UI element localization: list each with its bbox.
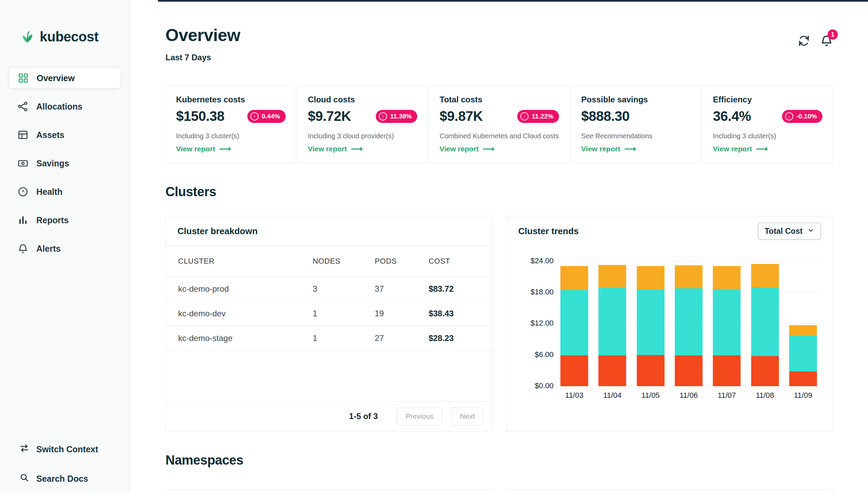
view-report-link[interactable]: View report⟶	[439, 144, 494, 154]
change-badge: ↓-0.10%	[782, 110, 822, 123]
view-report-link[interactable]: View report⟶	[176, 144, 231, 154]
bar-chart-icon	[17, 214, 29, 226]
bar-segment-bottom-red	[713, 355, 741, 386]
view-report-link[interactable]: View report⟶	[308, 144, 363, 154]
sidebar-item-reports[interactable]: Reports	[9, 210, 121, 230]
table-cell: kc-demo-stage	[166, 326, 313, 351]
bar-segment-middle-teal	[751, 287, 779, 356]
refresh-icon[interactable]	[797, 34, 810, 47]
table-cell: kc-demo-dev	[166, 301, 313, 326]
sidebar-item-label: Alerts	[36, 244, 61, 254]
table-cell: 3	[313, 277, 375, 301]
sidebar-item-overview[interactable]: Overview	[9, 68, 121, 88]
sidebar-item-allocations[interactable]: Allocations	[9, 96, 121, 117]
search-icon	[19, 472, 29, 485]
table-row[interactable]: kc-demo-prod337$83.72	[166, 277, 492, 301]
sidebar-item-assets[interactable]: Assets	[9, 125, 121, 145]
next-button[interactable]: Next	[451, 407, 483, 426]
arrow-right-icon: ⟶	[351, 144, 363, 154]
bar-11/08	[751, 264, 779, 386]
column-header-nodes: NODES	[313, 246, 375, 277]
table-row[interactable]: kc-demo-stage127$28.23	[166, 326, 492, 351]
sidebar-nav: Overview Allocations Assets	[0, 68, 130, 259]
bar-segment-bottom-red	[789, 371, 817, 386]
table-cell: 19	[375, 301, 429, 326]
switch-context-button[interactable]: Switch Context	[19, 443, 98, 455]
bell-icon	[17, 243, 29, 254]
sidebar-item-health[interactable]: Health	[9, 181, 121, 202]
sidebar-item-label: Overview	[37, 73, 75, 83]
sidebar-item-label: Assets	[36, 130, 64, 140]
kubecost-logo[interactable]: kubecost	[19, 28, 130, 45]
bar-11/04	[598, 265, 626, 386]
sidebar-item-alerts[interactable]: Alerts	[9, 238, 121, 259]
table-row[interactable]: kc-demo-dev119$38.43	[166, 301, 492, 326]
bar-11/07	[713, 266, 741, 386]
sidebar-item-label: Savings	[36, 159, 69, 168]
stat-note: Including 3 cluster(s)	[713, 132, 822, 140]
stat-title: Possible savings	[581, 95, 691, 104]
swap-arrows-icon	[19, 443, 29, 455]
bar-segment-bottom-red	[598, 355, 626, 386]
table-icon	[17, 129, 29, 141]
column-header-cost: COST	[429, 246, 492, 277]
bar-11/05	[637, 266, 665, 386]
cluster-trends-title: Cluster trends	[518, 226, 579, 237]
arrow-right-icon: ⟶	[219, 144, 231, 154]
bar-11/03	[560, 266, 588, 386]
cluster-trends-chart: $0.00$6.00$12.00$18.00$24.00	[560, 261, 818, 386]
bar-segment-top-orange	[560, 266, 588, 290]
bar-segment-middle-teal	[789, 336, 817, 371]
change-badge: ↑11.22%	[517, 110, 559, 123]
previous-button[interactable]: Previous	[397, 407, 442, 426]
stat-note: See Recommendations	[581, 132, 691, 140]
chart-y-axis-label: $18.00	[509, 288, 554, 296]
stat-card-possible-savings: Possible savings $888.30 See Recommendat…	[571, 86, 702, 163]
sidebar-item-savings[interactable]: Savings	[9, 153, 121, 174]
notifications-bell-icon[interactable]: 1	[820, 34, 833, 47]
bar-segment-bottom-red	[675, 355, 703, 386]
search-docs-label: Search Docs	[36, 474, 88, 484]
change-badge: ↑0.44%	[247, 110, 286, 123]
chart-x-axis-label: 11/08	[751, 391, 779, 400]
bar-segment-bottom-red	[560, 355, 588, 386]
metric-dropdown[interactable]: Total Cost	[758, 223, 821, 240]
arrow-up-icon: ↑	[379, 112, 387, 121]
stat-note: Including 3 cluster(s)	[176, 132, 286, 140]
banknote-icon	[17, 157, 29, 169]
grid-icon	[17, 72, 29, 84]
chevron-down-icon	[807, 227, 814, 236]
view-report-link[interactable]: View report⟶	[581, 144, 636, 154]
stat-card-cloud-costs: Cloud costs $9.72K ↑11.38% Including 3 c…	[297, 86, 428, 163]
arrow-up-icon: ↑	[250, 112, 259, 121]
sidebar-item-label: Reports	[36, 215, 69, 225]
bar-segment-bottom-red	[751, 356, 779, 386]
search-docs-button[interactable]: Search Docs	[19, 472, 98, 485]
cluster-breakdown-title: Cluster breakdown	[177, 226, 258, 237]
view-report-link[interactable]: View report⟶	[713, 144, 768, 154]
table-cell: 37	[375, 277, 429, 301]
bar-11/06	[675, 265, 703, 386]
bar-segment-bottom-red	[637, 355, 665, 386]
pagination-label: 1-5 of 3	[349, 412, 378, 421]
namespace-trends-panel: Namespace trends Total Cost	[506, 490, 833, 493]
table-footer: 1-5 of 3 Previous Next	[166, 401, 492, 431]
stat-value: $150.38	[176, 109, 224, 124]
stat-title: Efficiency	[713, 95, 822, 104]
table-cell: $83.72	[429, 277, 492, 301]
top-accent-strip	[158, 0, 868, 2]
stat-title: Total costs	[439, 95, 559, 104]
header-icons: 1	[797, 34, 833, 47]
kubecost-logo-icon	[19, 28, 35, 45]
chart-x-axis-label: 11/07	[713, 391, 741, 400]
bar-segment-top-orange	[637, 266, 665, 289]
sidebar-item-label: Health	[36, 187, 62, 197]
chart-y-axis-label: $24.00	[509, 256, 554, 265]
chart-x-axis-label: 11/05	[637, 391, 665, 400]
bar-segment-top-orange	[751, 264, 779, 287]
chart-x-axis-label: 11/03	[560, 391, 588, 400]
arrow-right-icon: ⟶	[624, 144, 636, 154]
bar-segment-top-orange	[675, 265, 703, 288]
table-cell: 1	[313, 326, 375, 351]
namespaces-heading: Namespaces	[165, 453, 833, 468]
